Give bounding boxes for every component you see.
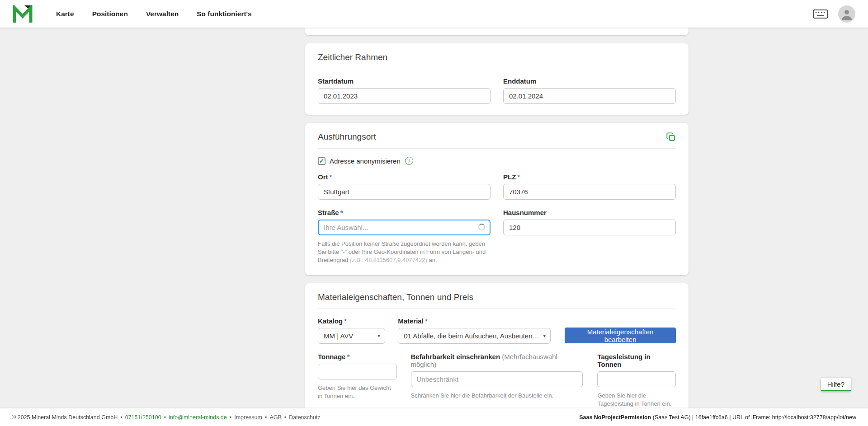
previous-card-bottom (305, 28, 689, 35)
katalog-label-text: Katalog (318, 317, 343, 325)
plz-input[interactable] (503, 184, 676, 200)
loading-spinner-icon (478, 224, 485, 230)
field-edit-button: Materialeigenschaften bearbeiten (565, 328, 676, 344)
card-zeitlicher-rahmen: Zeitlicher Rahmen Startdatum Enddatum (305, 43, 689, 115)
field-tonnage: Tonnage* Geben Sie hier das Gewicht in T… (318, 353, 397, 408)
strasse-label: Straße* (318, 209, 491, 216)
hausnummer-input[interactable] (503, 220, 676, 235)
nav-item-positionen[interactable]: Positionen (92, 10, 128, 18)
strasse-input[interactable] (318, 220, 491, 235)
user-avatar[interactable] (838, 5, 855, 23)
mineral-minds-logo[interactable] (13, 5, 33, 23)
strasse-helper-suffix: an. (427, 257, 437, 263)
katalog-label: Katalog* (318, 317, 385, 325)
strasse-helper-text: Falls die Position keiner Straße zugeord… (318, 240, 491, 264)
field-startdatum: Startdatum (318, 77, 491, 104)
footer-phone-link[interactable]: 07151/250100 (125, 414, 161, 421)
nav-links: Karte Positionen Verwalten So funktionie… (56, 10, 252, 18)
footer-separator: • (120, 414, 122, 421)
footer-agb-link[interactable]: AGB (269, 414, 281, 421)
card-title-ausfuehrungsort: Ausführungsort (318, 132, 376, 142)
plz-label: PLZ* (503, 173, 676, 181)
footer-debug-info: Saas NoProjectPermission (Saas Test AG) … (579, 414, 856, 421)
nav-item-karte[interactable]: Karte (56, 10, 74, 18)
nav-right-icons (813, 5, 855, 23)
material-selected-value: 01 Abfälle, die beim Aufsuchen, Ausbeute… (404, 332, 540, 340)
footer-datenschutz-link[interactable]: Datenschutz (289, 414, 320, 421)
keyboard-icon[interactable] (813, 9, 828, 19)
card-title-materialeigenschaften: Materialeigenschaften, Tonnen und Preis (318, 292, 473, 302)
startdatum-input[interactable] (318, 88, 491, 104)
tonnage-label-text: Tonnage (318, 353, 345, 360)
footer-separator: • (265, 414, 267, 421)
ort-label: Ort* (318, 173, 491, 181)
logo-m-shape (14, 8, 31, 23)
strasse-label-text: Straße (318, 209, 339, 216)
chevron-down-icon: ▾ (377, 332, 380, 339)
material-label-text: Material (398, 317, 424, 325)
befahrbarkeit-input[interactable] (411, 371, 583, 387)
field-material: Material* 01 Abfälle, die beim Aufsuchen… (398, 317, 551, 344)
footer-email-link[interactable]: info@mineral-minds.de (169, 414, 227, 421)
chevron-down-icon: ▾ (543, 332, 546, 339)
tonnage-helper-text: Geben Sie hier das Gewicht in Tonnen ein… (318, 384, 397, 400)
required-mark: * (517, 173, 520, 181)
top-navbar: Karte Positionen Verwalten So funktionie… (0, 0, 868, 28)
startdatum-label: Startdatum (318, 77, 491, 85)
page-footer: © 2025 Mineral Minds Deutschland GmbH • … (0, 408, 868, 426)
tonnage-label: Tonnage* (318, 353, 397, 360)
info-icon[interactable]: i (405, 157, 413, 165)
info-glyph: i (408, 158, 410, 164)
field-befahrbarkeit: Befahrbarkeit einschränken (Mehrfachausw… (411, 353, 583, 408)
tagesleistung-label: Tagesleistung in Tonnen (597, 353, 676, 368)
form-column: Zeitlicher Rahmen Startdatum Enddatum Au… (305, 28, 689, 426)
enddatum-input[interactable] (503, 88, 676, 104)
tagesleistung-helper-text: Geben Sie hier die Tagesleistung in Tonn… (597, 392, 676, 408)
footer-saas-name: Saas NoProjectPermission (579, 414, 651, 421)
footer-separator: • (164, 414, 166, 421)
material-select[interactable]: 01 Abfälle, die beim Aufsuchen, Ausbeute… (398, 328, 551, 344)
required-mark: * (344, 317, 347, 325)
katalog-select[interactable]: MM | AVV ▾ (318, 328, 385, 344)
nav-item-so-funktionierts[interactable]: So funktioniert's (197, 10, 252, 18)
footer-saas-rest: (Saas Test AG) | 16fae1ffc6a6 | URL of i… (651, 414, 856, 421)
field-enddatum: Enddatum (503, 77, 676, 104)
help-button[interactable]: Hilfe? (821, 378, 851, 391)
field-ort: Ort* (318, 173, 491, 200)
card-materialeigenschaften: Materialeigenschaften, Tonnen und Preis … (305, 283, 689, 426)
anonymize-checkbox[interactable]: ✓ (318, 157, 326, 165)
enddatum-label: Enddatum (503, 77, 676, 85)
person-icon (841, 8, 853, 20)
footer-separator: • (230, 414, 231, 421)
anonymize-label: Adresse anonymisieren (330, 157, 401, 165)
hausnummer-label: Hausnummer (503, 209, 676, 216)
befahrbarkeit-label-text: Befahrbarkeit einschränken (411, 353, 500, 360)
field-hausnummer: Hausnummer (503, 209, 676, 264)
card-ausfuehrungsort: Ausführungsort ✓ Adresse anonymisieren i… (305, 123, 689, 275)
field-plz: PLZ* (503, 173, 676, 200)
field-strasse: Straße* Falls die Position keiner Straße… (318, 209, 491, 264)
field-tagesleistung: Tagesleistung in Tonnen Geben Sie hier d… (597, 353, 676, 408)
tonnage-input[interactable] (318, 364, 397, 379)
required-mark: * (347, 353, 349, 360)
card-title-zeitlicher-rahmen: Zeitlicher Rahmen (318, 52, 387, 62)
footer-left: © 2025 Mineral Minds Deutschland GmbH • … (12, 414, 321, 421)
required-mark: * (330, 173, 332, 181)
befahrbarkeit-label: Befahrbarkeit einschränken (Mehrfachausw… (411, 353, 583, 368)
tagesleistung-input[interactable] (597, 371, 676, 387)
ort-label-text: Ort (318, 173, 328, 181)
footer-separator: • (284, 414, 286, 421)
required-mark: * (425, 317, 428, 325)
required-mark: * (340, 209, 343, 216)
field-katalog: Katalog* MM | AVV ▾ (318, 317, 385, 344)
befahrbarkeit-helper-text: Schränken Sie hier die Befahrbarkeit der… (411, 392, 583, 400)
ort-input[interactable] (318, 184, 491, 200)
materialeigenschaften-bearbeiten-button[interactable]: Materialeigenschaften bearbeiten (565, 328, 676, 343)
katalog-selected-value: MM | AVV (324, 332, 375, 340)
nav-item-verwalten[interactable]: Verwalten (146, 10, 179, 18)
material-label: Material* (398, 317, 551, 325)
anonymize-row: ✓ Adresse anonymisieren i (318, 157, 676, 165)
checkmark-icon: ✓ (319, 158, 325, 164)
copy-icon[interactable] (666, 132, 676, 142)
footer-impressum-link[interactable]: Impressum (234, 414, 262, 421)
